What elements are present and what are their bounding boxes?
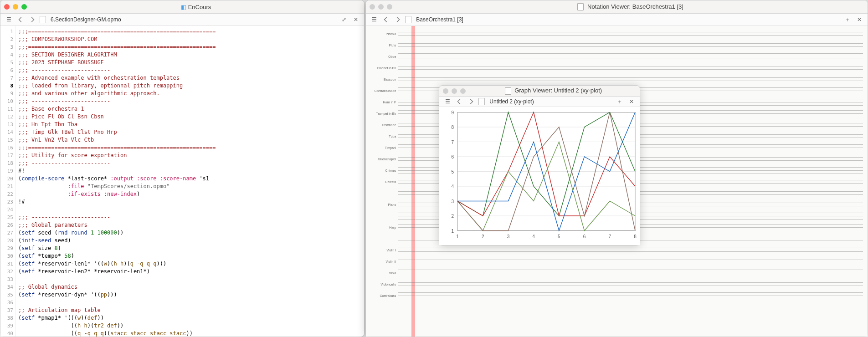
code-area[interactable]: ;;;=====================================… (15, 26, 364, 337)
staff[interactable] (398, 29, 863, 38)
zoom-button[interactable] (21, 4, 27, 10)
staff[interactable] (398, 257, 863, 266)
code-line[interactable]: (setf seed (rnd-round 1 100000)) (18, 229, 364, 237)
forward-button[interactable] (28, 15, 37, 24)
code-line[interactable]: ;;; ------------------------ (18, 66, 364, 74)
line-number: 18 (0, 159, 13, 167)
sidebar-toggle-icon[interactable]: ☰ (4, 15, 13, 24)
editor-window: ◧ EnCours ☰ 6.SectionDesigner-GM.opmo ⤢ … (0, 0, 365, 337)
code-line[interactable]: :file "TempScores/section.opmo" (18, 183, 364, 190)
zoom-button[interactable] (387, 4, 392, 10)
minimize-button[interactable] (378, 4, 384, 10)
code-line[interactable]: ;;;=====================================… (18, 43, 364, 51)
code-editor[interactable]: 1234567891011121314151617181920212223242… (0, 26, 364, 337)
popout-icon[interactable]: ⤢ (339, 15, 349, 24)
code-line[interactable]: ;; Global dynamics (18, 283, 364, 291)
sidebar-toggle-icon[interactable]: ☰ (443, 97, 452, 106)
staff[interactable] (398, 41, 863, 50)
code-line[interactable]: ;;; Vn1 Vn2 Vla Vlc Ctb (18, 136, 364, 144)
traffic-lights (4, 4, 27, 10)
code-line[interactable]: !# (18, 198, 364, 206)
instrument-label: Glockenspiel (370, 158, 398, 161)
code-line[interactable]: ;;; ------------------------ (18, 214, 364, 221)
forward-button[interactable] (393, 15, 402, 24)
code-line[interactable]: (setf *pmap1* '(((w)(def)) (18, 314, 364, 322)
code-line[interactable]: #! (18, 167, 364, 175)
close-tab-icon[interactable]: ✕ (627, 97, 636, 106)
file-icon (478, 98, 485, 105)
instrument-row: Viola (370, 268, 863, 278)
code-line[interactable]: (setf *tempo* 58) (18, 252, 364, 260)
staff[interactable] (398, 63, 863, 72)
code-line[interactable]: ;;;=====================================… (18, 28, 364, 36)
code-line[interactable]: ;;; 2023 STÉPHANE BOUSSUGE (18, 59, 364, 66)
close-tab-icon[interactable]: ✕ (351, 15, 360, 24)
svg-text:4: 4 (533, 234, 535, 239)
staff[interactable] (398, 280, 863, 289)
graph-window-title: Graph Viewer: Untitled 2 (xy-plot) (470, 87, 636, 95)
code-line[interactable]: ;;; Picc Fl Ob Cl Bsn Cbsn (18, 113, 364, 121)
code-line[interactable]: ;;; SECTION DESIGNER ALGORITHM (18, 51, 364, 59)
back-button[interactable] (455, 97, 464, 106)
code-line[interactable]: (setf *reservoir-dyn* '((pp))) (18, 291, 364, 299)
staff[interactable] (398, 52, 863, 61)
code-line[interactable]: (setf *reservoir-len1* '((w)(h h)(q -q q… (18, 260, 364, 268)
close-button[interactable] (370, 4, 375, 10)
code-line[interactable]: ;;; and various other algorithmic approa… (18, 90, 364, 97)
code-line[interactable]: ;;; Hn Tpt Tbn Tba (18, 121, 364, 128)
code-line[interactable]: (setf size 8) (18, 245, 364, 252)
add-icon[interactable]: ＋ (615, 97, 624, 106)
line-number: 27 (0, 229, 13, 237)
minimize-button[interactable] (13, 4, 18, 10)
line-number: 24 (0, 206, 13, 214)
code-line[interactable]: ;;;=====================================… (18, 144, 364, 152)
code-line[interactable] (18, 299, 364, 306)
code-line[interactable]: ;;; COMPOSERWORKSHOP.COM (18, 36, 364, 43)
zoom-button[interactable] (460, 88, 466, 94)
editor-filename[interactable]: 6.SectionDesigner-GM.opmo (51, 16, 121, 23)
close-button[interactable] (4, 4, 10, 10)
code-line[interactable] (18, 276, 364, 283)
file-icon (405, 16, 411, 23)
code-line[interactable]: ((h h)(tr2 def)) (18, 322, 364, 330)
line-number: 7 (0, 74, 13, 82)
code-line[interactable]: (compile-score *last-score* :output :sco… (18, 175, 364, 183)
line-number: 11 (0, 105, 13, 113)
code-line[interactable]: ;;; loaded from library, optionnal pitch… (18, 82, 364, 90)
staff[interactable] (398, 75, 863, 84)
staff[interactable] (398, 245, 863, 255)
graph-filename[interactable]: Untitled 2 (xy-plot) (489, 98, 534, 105)
code-line[interactable]: ;;; Base orchestra 1 (18, 105, 364, 113)
add-icon[interactable]: ＋ (843, 15, 852, 24)
code-line[interactable]: ;;; Utility for score exportation (18, 152, 364, 159)
staff[interactable] (398, 291, 863, 300)
instrument-label: Tuba (370, 135, 398, 138)
code-line[interactable]: ;;; ------------------------ (18, 97, 364, 105)
code-line[interactable]: ((q -q q q)(stacc stacc stacc stacc)) (18, 330, 364, 337)
code-line[interactable] (18, 206, 364, 214)
close-tab-icon[interactable]: ✕ (855, 15, 864, 24)
score-viewport[interactable]: PiccoloFluteOboeClarinet in BbBassoonCon… (366, 26, 868, 337)
code-line[interactable]: (init-seed seed) (18, 237, 364, 245)
staff[interactable] (398, 268, 863, 277)
back-button[interactable] (381, 15, 390, 24)
code-line[interactable]: (setf *reservoir-len2* *reservoir-len1*) (18, 268, 364, 276)
document-icon (505, 87, 511, 95)
line-number: 36 (0, 299, 13, 306)
notation-filename[interactable]: BaseOrchestra1 [3] (416, 16, 463, 23)
line-number: 4 (0, 51, 13, 59)
code-line[interactable]: :if-exists :new-index) (18, 190, 364, 198)
minimize-button[interactable] (452, 88, 457, 94)
code-line[interactable]: ;;; Global parameters (18, 221, 364, 229)
line-number: 30 (0, 252, 13, 260)
sidebar-toggle-icon[interactable]: ☰ (370, 15, 379, 24)
code-line[interactable]: ;;; ------------------------ (18, 159, 364, 167)
back-button[interactable] (16, 15, 25, 24)
xy-plot[interactable]: 12345678912345678 (439, 107, 640, 245)
code-line[interactable]: ;; Articulation map table (18, 306, 364, 314)
code-line[interactable]: ;;; Advanced example with orchestration … (18, 74, 364, 82)
forward-button[interactable] (467, 97, 476, 106)
line-number: 6 (0, 66, 13, 74)
close-button[interactable] (443, 88, 448, 94)
code-line[interactable]: ;;; Timp Glk TBel Clst Pno Hrp (18, 128, 364, 136)
